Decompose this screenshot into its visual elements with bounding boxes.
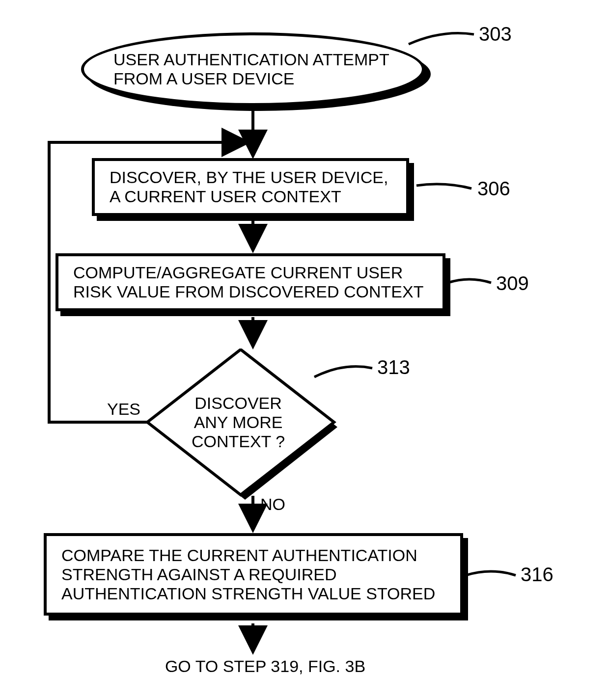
exit-label: GO TO STEP 319, FIG. 3B: [133, 657, 398, 676]
step1-ref-label: 306: [477, 178, 510, 200]
start-ref-label: 303: [479, 23, 512, 45]
decision-no-label: NO: [260, 495, 285, 514]
process-discover-context: DISCOVER, BY THE USER DEVICE, A CURRENT …: [92, 158, 409, 216]
decision-ref-label: 313: [377, 356, 410, 378]
process-compute-risk-text: COMPUTE/AGGREGATE CURRENT USER RISK VALU…: [73, 263, 428, 301]
process-compare-strength: COMPARE THE CURRENT AUTHENTICATION STREN…: [44, 533, 463, 616]
step2-ref-label: 309: [496, 272, 529, 295]
step3-ref-label: 316: [521, 564, 554, 586]
start-terminal: USER AUTHENTICATION ATTEMPT FROM A USER …: [81, 32, 425, 106]
process-discover-context-text: DISCOVER, BY THE USER DEVICE, A CURRENT …: [110, 168, 391, 206]
start-terminal-text: USER AUTHENTICATION ATTEMPT FROM A USER …: [113, 50, 392, 88]
decision-text: DISCOVER ANY MORE CONTEXT ?: [182, 394, 295, 451]
process-compare-strength-text: COMPARE THE CURRENT AUTHENTICATION STREN…: [61, 546, 445, 603]
flowchart-canvas: USER AUTHENTICATION ATTEMPT FROM A USER …: [0, 0, 609, 700]
process-compute-risk: COMPUTE/AGGREGATE CURRENT USER RISK VALU…: [55, 253, 445, 311]
decision-yes-label: YES: [107, 400, 140, 419]
decision-more-context: DISCOVER ANY MORE CONTEXT ?: [145, 349, 332, 496]
